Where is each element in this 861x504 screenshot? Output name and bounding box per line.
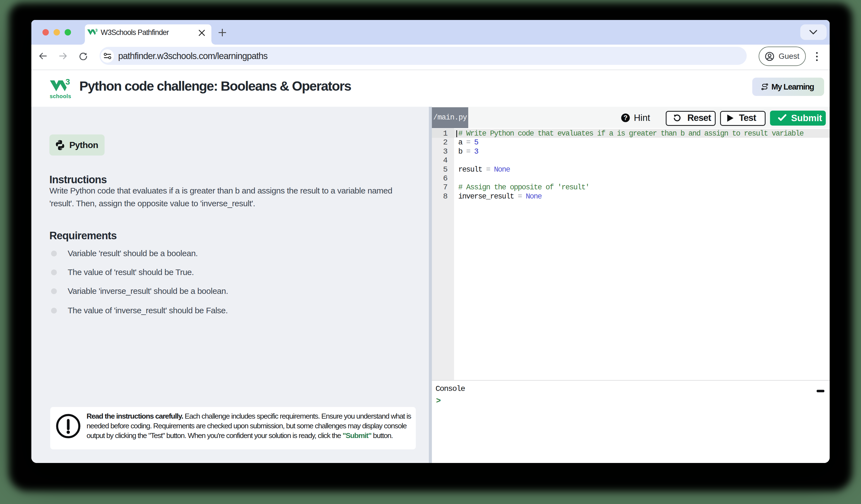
svg-text:?: ?	[624, 114, 628, 122]
svg-text:schools: schools	[50, 93, 71, 99]
svg-text:3: 3	[66, 78, 70, 86]
svg-text:3: 3	[95, 28, 97, 32]
